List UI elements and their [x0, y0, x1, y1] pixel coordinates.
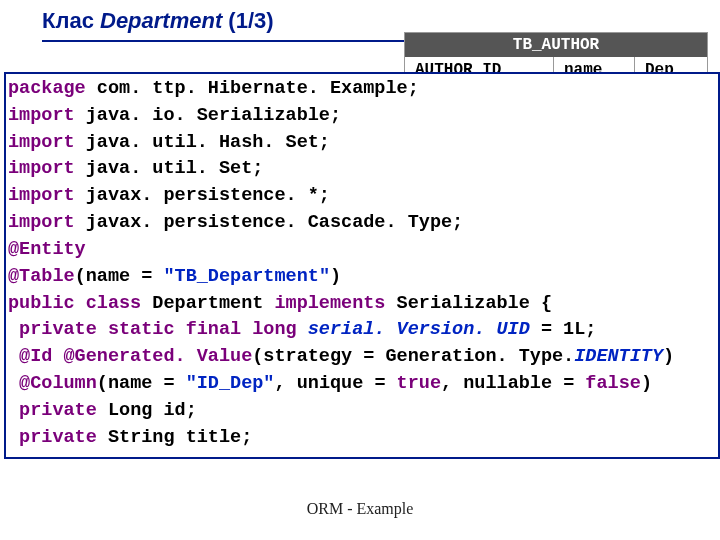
- title-prefix: Клас: [42, 8, 100, 33]
- footer-text: ORM - Example: [0, 500, 720, 518]
- code-block: package com. ttp. Hibernate. Example; im…: [4, 72, 720, 459]
- title-word: Department: [100, 8, 222, 33]
- slide: Клас Department (1/3) TB_AUTHOR AUTHOR_I…: [0, 0, 720, 540]
- slide-title: Клас Department (1/3): [0, 0, 720, 36]
- title-suffix: (1/3): [222, 8, 273, 33]
- table-author-header: TB_AUTHOR: [405, 33, 707, 57]
